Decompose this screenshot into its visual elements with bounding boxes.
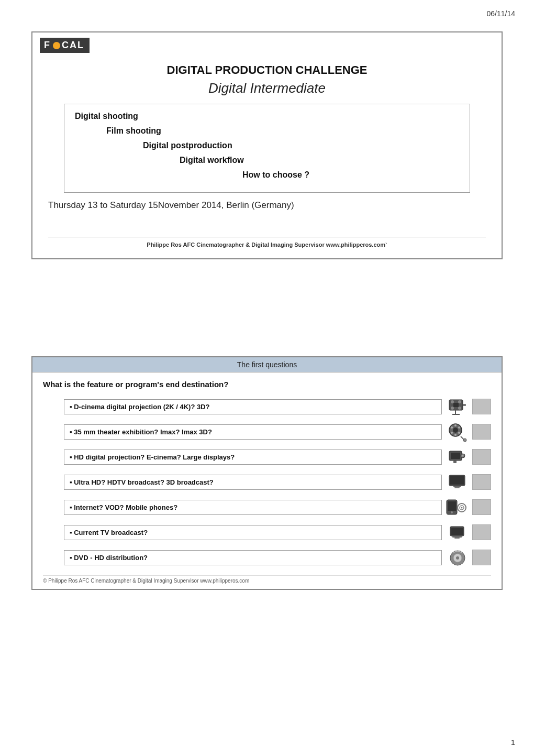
svg-rect-36 (452, 536, 462, 538)
slide1-container: F CAL DIGITAL PRODUCTION CHALLENGE Digit… (31, 31, 503, 259)
tv-monitor-icon (448, 472, 467, 492)
svg-point-40 (456, 556, 459, 560)
row3-text: ▪ HD digital projection? E-cinema? Large… (64, 450, 442, 465)
slide2-header: The first questions (32, 357, 502, 372)
dvd-disc-icon (448, 547, 467, 567)
row2-text: ▪ 35 mm theater exhibition? Imax? Imax 3… (64, 424, 442, 440)
svg-point-15 (451, 432, 453, 434)
svg-rect-20 (451, 453, 460, 459)
bullet-5: How to choose ? (242, 170, 459, 180)
row6-icon (446, 522, 469, 543)
svg-point-13 (451, 426, 453, 429)
svg-rect-25 (450, 476, 464, 485)
svg-point-10 (453, 428, 458, 433)
slide2-question: What is the feature or program's end des… (43, 380, 491, 389)
row2-icon (446, 421, 469, 442)
row1-icon (446, 396, 469, 417)
svg-point-3 (451, 407, 454, 410)
mobile-internet-icon (446, 497, 469, 517)
row1-bar (472, 399, 491, 414)
logo-f: F (44, 40, 50, 51)
row6-text: ▪ Current TV broadcast? (64, 525, 442, 540)
row1-text: ▪ D-cinema digital projection (2K / 4K)?… (64, 399, 442, 414)
row5-bar (472, 499, 491, 515)
svg-point-12 (454, 434, 457, 436)
row6-bar (472, 524, 491, 540)
slide2-body: What is the feature or program's end des… (32, 372, 502, 589)
logo-cal: CAL (62, 40, 84, 51)
slide2-row-2: ▪ 35 mm theater exhibition? Imax? Imax 3… (43, 421, 491, 442)
row4-icon (446, 472, 469, 492)
slide2-row-6: ▪ Current TV broadcast? (43, 522, 491, 543)
svg-rect-23 (453, 461, 457, 463)
row7-icon (446, 547, 469, 568)
slide1-body: DIGITAL PRODUCTION CHALLENGE Digital Int… (32, 56, 502, 258)
svg-point-2 (458, 400, 461, 403)
logo-dot (53, 42, 60, 49)
slide2-row-1: ▪ D-cinema digital projection (2K / 4K)?… (43, 396, 491, 417)
row5-text: ▪ Internet? VOD? Mobile phones? (64, 500, 442, 515)
svg-rect-29 (448, 501, 456, 511)
row3-bar (472, 449, 491, 465)
slide2-row-3: ▪ HD digital projection? E-cinema? Large… (43, 446, 491, 467)
bullet-1: Digital shooting (75, 112, 459, 121)
bullet-2: Film shooting (106, 126, 459, 136)
cinema-projector-icon (448, 397, 467, 417)
row2-bar (472, 424, 491, 440)
slide2-rows: ▪ D-cinema digital projection (2K / 4K)?… (43, 396, 491, 572)
svg-rect-27 (454, 487, 460, 488)
film-reel-icon (448, 422, 467, 442)
svg-rect-26 (453, 486, 461, 487)
svg-rect-35 (451, 528, 463, 535)
slide1-date: Thursday 13 to Saturday 15November 2014,… (48, 200, 486, 211)
hd-projector-icon (448, 447, 467, 467)
row4-bar (472, 474, 491, 490)
row4-text: ▪ Ultra HD? HDTV broadcast? 3D broadcast… (64, 475, 442, 490)
slide1-footer: Philippe Ros AFC Cinematographer & Digit… (48, 237, 486, 251)
focal-logo: F CAL (40, 38, 90, 53)
svg-point-14 (458, 426, 460, 429)
row3-icon (446, 446, 469, 467)
svg-point-4 (458, 407, 461, 410)
svg-rect-5 (453, 403, 459, 407)
tv-broadcast-icon (448, 522, 467, 542)
slide2-footer: © Philippe Ros AFC Cinematographer & Dig… (43, 575, 491, 584)
slide2-row-5: ▪ Internet? VOD? Mobile phones? (43, 497, 491, 518)
svg-point-16 (458, 432, 460, 434)
svg-point-30 (451, 511, 453, 513)
svg-point-18 (463, 439, 466, 442)
bullet-4: Digital workflow (180, 156, 459, 165)
svg-rect-6 (463, 404, 466, 406)
slide2-container: The first questions What is the feature … (31, 356, 503, 590)
row7-bar (472, 550, 491, 565)
svg-point-1 (451, 400, 454, 403)
slide1-header: F CAL (32, 32, 502, 56)
row7-text: ▪ DVD - HD distribution? (64, 550, 442, 565)
svg-rect-37 (454, 538, 460, 539)
page-number: 1 (511, 738, 515, 747)
slide2-row-4: ▪ Ultra HD? HDTV broadcast? 3D broadcast… (43, 472, 491, 492)
row5-icon (446, 497, 469, 518)
svg-point-33 (461, 507, 463, 509)
slide2-row-7: ▪ DVD - HD distribution? (43, 547, 491, 568)
slide1-title: DIGITAL PRODUCTION CHALLENGE (48, 63, 486, 77)
svg-point-22 (462, 455, 464, 457)
bullet-3: Digital postproduction (143, 141, 459, 150)
date-label: 06/11/14 (487, 9, 516, 18)
slide1-inner-box: Digital shooting Film shooting Digital p… (64, 104, 470, 193)
slide1-subtitle: Digital Intermediate (48, 80, 486, 96)
svg-point-11 (454, 424, 457, 426)
